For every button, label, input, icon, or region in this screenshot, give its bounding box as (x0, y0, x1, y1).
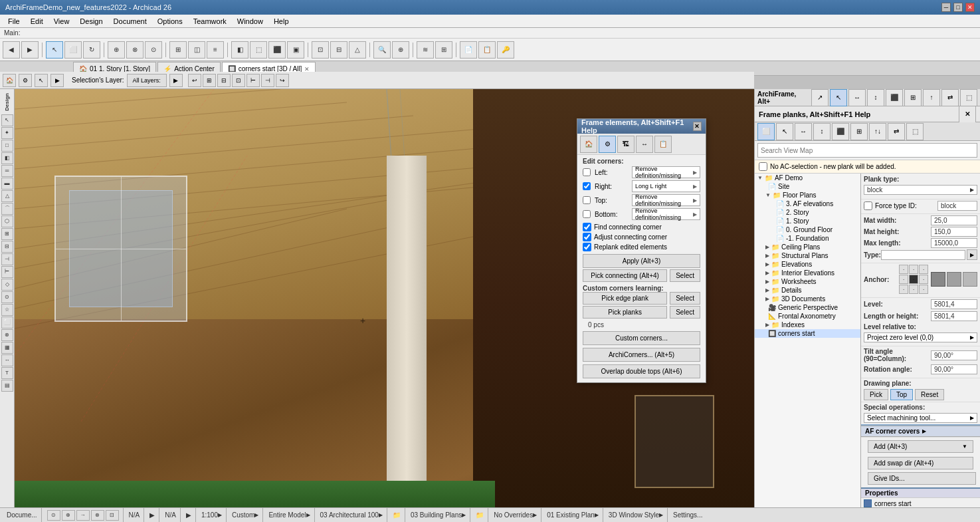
tb-back[interactable]: ◀ (3, 41, 20, 59)
find-connecting-cb[interactable] (583, 223, 591, 231)
give-ids-button[interactable]: Give IDs... (868, 472, 976, 485)
dp-reset-btn[interactable]: Reset (915, 389, 944, 400)
corner-left-select[interactable]: Remove definition/missing ▶ (632, 166, 700, 178)
tree-item-details[interactable]: ▶ 📁 Details (755, 286, 860, 295)
tree-item-worksheets[interactable]: ▶ 📁 Worksheets (755, 277, 860, 286)
frame-planks-close[interactable]: ✕ (959, 106, 976, 123)
anchor-tr[interactable]: · (919, 265, 928, 274)
tb-nav1[interactable]: 🔍 (373, 41, 391, 59)
status-nav2[interactable]: ⊕ (62, 510, 75, 521)
mat-width-input[interactable] (931, 215, 977, 225)
anchor-br[interactable]: · (919, 285, 928, 294)
fe-btn5[interactable]: 📋 (654, 136, 672, 153)
level-relative-select[interactable]: Project zero level (0,0) ▶ (864, 332, 977, 342)
swap-button[interactable]: Add swap dir (Alt+4) (868, 457, 973, 469)
update-auto-checkbox[interactable] (759, 162, 767, 171)
status-settings[interactable]: Settings... (669, 508, 706, 522)
menu-options[interactable]: Options (152, 16, 188, 27)
force-type-checkbox[interactable] (864, 201, 872, 210)
menu-teamwork[interactable]: Teamwork (188, 16, 232, 27)
anchor-bl[interactable]: · (899, 285, 908, 294)
type-browse-btn[interactable]: ▶ (967, 249, 977, 260)
af2-icon9[interactable]: ⬚ (906, 123, 924, 140)
tree-item-corners-start[interactable]: 🔲 corners start (755, 329, 860, 338)
tool-lamp[interactable]: ☆ (1, 304, 13, 316)
tree-item-af-elevations[interactable]: 📄 3. AF elevations (755, 199, 860, 208)
tool-dim[interactable]: ↔ (1, 354, 13, 366)
corner-bottom-select[interactable]: Remove definition/missing ▶ (632, 208, 700, 220)
af-icon1[interactable]: ↗ (811, 89, 829, 106)
tilt-input[interactable] (931, 350, 977, 360)
anchor-ml[interactable]: · (899, 275, 908, 284)
level-input[interactable] (931, 299, 977, 309)
af-icon3[interactable]: ↔ (848, 89, 866, 106)
tb-grid[interactable]: ⊞ (169, 41, 187, 59)
custom-corners-btn[interactable]: Custom corners... (583, 331, 700, 345)
af2-icon8[interactable]: ⇄ (888, 123, 905, 140)
maximize-btn[interactable]: □ (953, 3, 963, 12)
close-btn-window[interactable]: ✕ (965, 3, 975, 12)
corner-right-cb[interactable] (583, 182, 591, 190)
tb-3d4[interactable]: ▣ (287, 41, 304, 59)
force-type-value[interactable]: block (937, 201, 977, 211)
search-input[interactable] (757, 143, 977, 158)
status-nav3[interactable]: → (76, 510, 90, 521)
status-overrides[interactable]: No Overrides ▶ (490, 508, 541, 522)
tree-item-ground[interactable]: 📄 0. Ground Floor (755, 225, 860, 234)
nav-layer5[interactable]: ⊣ (261, 74, 274, 87)
tb-view2[interactable]: ⊟ (330, 41, 347, 59)
anchor-mr[interactable]: · (919, 275, 928, 284)
tb-snap3[interactable]: ⊙ (145, 41, 162, 59)
tool-slab[interactable]: ▬ (1, 178, 13, 190)
frame-elements-close[interactable]: ✕ (693, 122, 702, 131)
tb-layers[interactable]: ≋ (417, 41, 434, 59)
length-input[interactable] (931, 311, 977, 321)
tool-morph[interactable]: ⬡ (1, 215, 13, 227)
add-button[interactable]: Add (Alt+3) ▼ (868, 440, 973, 453)
af-icon2[interactable]: ↖ (830, 89, 847, 106)
af2-icon6[interactable]: ⊞ (850, 123, 868, 140)
tree-item-floorplans[interactable]: ▼ 📁 Floor Plans (755, 191, 860, 199)
mat-height-input[interactable] (931, 227, 977, 237)
tool-skylight[interactable]: ◇ (1, 279, 13, 291)
af-icon4[interactable]: ↕ (867, 89, 884, 106)
pick-planks-btn[interactable]: Pick planks (583, 306, 667, 319)
tool-text[interactable]: T (1, 367, 13, 379)
tb-elem[interactable]: ⊞ (435, 41, 452, 59)
menu-edit[interactable]: Edit (25, 16, 49, 27)
corner-top-cb[interactable] (583, 196, 591, 204)
tb-level[interactable]: ≡ (207, 41, 224, 59)
fe-btn1[interactable]: 🏠 (580, 136, 597, 153)
tb-dim[interactable]: ◫ (188, 41, 205, 59)
tb-select[interactable]: ⬜ (64, 41, 82, 59)
archi-corners-btn[interactable]: ArchiCorners... (Alt+5) (583, 348, 700, 362)
dp-top-btn[interactable]: Top (890, 389, 913, 400)
status-nav4[interactable]: ⊗ (91, 510, 104, 521)
section-icon1[interactable] (931, 272, 945, 287)
nav-layer1[interactable]: ⊞ (203, 74, 216, 87)
status-plan2[interactable]: 03 Building Plans ▶ (407, 508, 470, 522)
tree-item-structural[interactable]: ▶ 📁 Structural Plans (755, 251, 860, 260)
af2-icon3[interactable]: ↔ (795, 123, 812, 140)
section-icon3[interactable] (963, 272, 977, 287)
anchor-mc[interactable]: · (909, 275, 918, 284)
special-ops-select[interactable]: Select machining tool... ▶ (864, 413, 977, 423)
adjust-connecting-cb[interactable] (583, 233, 591, 241)
tool-window[interactable]: ⊢ (1, 266, 13, 278)
tb-snap1[interactable]: ⊕ (108, 41, 125, 59)
tree-item-site[interactable]: 📄 Site (755, 182, 860, 191)
status-scale[interactable]: 1:100 ▶ (197, 508, 227, 522)
tb-doc1[interactable]: 📄 (460, 41, 477, 59)
tool-shell[interactable]: ⌒ (1, 203, 13, 215)
nav-arrow[interactable]: ↖ (35, 74, 48, 87)
tree-item-foundation[interactable]: 📄 -1. Foundation (755, 234, 860, 243)
tool-fill[interactable]: ▤ (1, 380, 13, 392)
tool-stair[interactable]: ⊞ (1, 228, 13, 240)
nav-layer3[interactable]: ⊡ (232, 74, 245, 87)
rotation-input[interactable] (931, 364, 977, 374)
tree-item-indexes[interactable]: ▶ 📁 Indexes (755, 321, 860, 329)
menu-file[interactable]: File (3, 16, 25, 27)
af2-icon5[interactable]: ⬛ (832, 123, 849, 140)
tab-corners-close[interactable]: ✕ (304, 66, 310, 72)
type-input[interactable] (881, 250, 965, 260)
